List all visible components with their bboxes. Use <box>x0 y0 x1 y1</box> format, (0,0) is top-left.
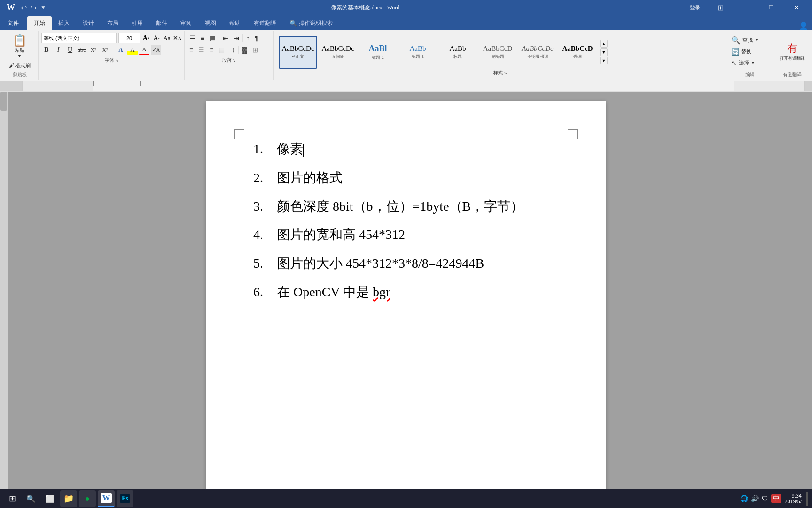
close-button[interactable]: ✕ <box>786 0 807 15</box>
tray-network-icon[interactable]: 🌐 <box>740 495 748 502</box>
justify-button[interactable]: ▤ <box>217 45 226 55</box>
list-text-6[interactable]: 在 OpenCV 中是 bgr <box>277 282 390 303</box>
clear-format-button[interactable]: ✕A <box>173 34 181 42</box>
change-case-button[interactable]: Aa <box>163 34 171 42</box>
font-size-up-button[interactable]: A+ <box>142 34 150 42</box>
show-desktop-button[interactable] <box>806 492 808 506</box>
italic-button[interactable]: I <box>53 45 63 55</box>
tab-refs[interactable]: 引用 <box>125 16 149 30</box>
undo-button[interactable]: ↩ <box>21 3 27 12</box>
select-button[interactable]: ↖ 选择 ▼ <box>729 58 770 68</box>
photoshop-taskbar-button[interactable]: Ps <box>117 490 133 507</box>
paragraph-section-label[interactable]: 段落 ↘ <box>222 56 236 64</box>
word-taskbar-button[interactable]: W <box>98 490 115 507</box>
list-item: 3. 颜色深度 8bit（b，位）=1byte（B，字节） <box>253 196 559 217</box>
vertical-scrollbar-thumb[interactable] <box>0 92 7 111</box>
pin-button[interactable]: ▼ <box>40 4 46 11</box>
list-item: 5. 图片的大小 454*312*3*8/8=424944B <box>253 253 559 274</box>
ribbon-tabs: 文件 开始 插入 设计 布局 引用 邮件 审阅 视图 帮助 有道翻译 🔍 操作说… <box>0 15 812 30</box>
corner-mark-tr <box>568 129 578 139</box>
file-explorer-button[interactable]: 📁 <box>60 490 77 507</box>
list-text-5[interactable]: 图片的大小 454*312*3*8/8=424944B <box>277 253 484 274</box>
styles-scroll-down[interactable]: ▼ <box>600 48 608 56</box>
bold-button[interactable]: B <box>41 45 52 55</box>
font-section-label[interactable]: 字体 ↘ <box>105 56 118 64</box>
style-heading1[interactable]: AaBl 标题 1 <box>359 36 397 69</box>
maximize-button[interactable]: □ <box>760 0 782 15</box>
clipboard-label: 剪贴板 <box>4 71 35 79</box>
underline-button[interactable]: U <box>65 45 75 55</box>
tray-ime-icon[interactable]: 中 <box>771 494 781 503</box>
font-color-button[interactable]: A <box>139 45 149 55</box>
style-subtle-em[interactable]: AaBbCcDc 不明显强调 <box>518 36 557 69</box>
align-center-button[interactable]: ☰ <box>196 45 206 55</box>
tab-layout[interactable]: 布局 <box>101 16 125 30</box>
restore-button[interactable]: ⊞ <box>710 0 731 15</box>
style-heading[interactable]: AaBb 标题 <box>438 36 477 69</box>
vertical-scrollbar-track[interactable] <box>0 92 8 500</box>
browser-button[interactable]: ● <box>79 490 96 507</box>
shading-button[interactable]: ▓ <box>240 45 249 55</box>
tab-search-ops[interactable]: 🔍 操作说明搜索 <box>283 16 339 30</box>
list-text-1[interactable]: 像素 <box>277 139 304 160</box>
sort-button[interactable]: ↕ <box>244 33 251 43</box>
clock[interactable]: 9:34 2019/5/ <box>784 493 802 504</box>
line-spacing-button[interactable]: ↕ <box>230 45 237 55</box>
styles-more[interactable]: ▼ <box>600 57 608 64</box>
tab-mail[interactable]: 邮件 <box>149 16 174 30</box>
styles-section-label[interactable]: 样式 ↘ <box>493 69 507 77</box>
number-list-button[interactable]: ≡ <box>199 33 206 43</box>
redo-button[interactable]: ↪ <box>31 3 37 12</box>
paragraph-group: ☰ ≡ ▤ ⇤ ⇥ ↕ ¶ ≡ ☰ ≡ ▤ ↕ ▓ ⊞ <box>185 31 274 80</box>
strikethrough-button[interactable]: abc <box>77 45 87 55</box>
tab-view[interactable]: 视图 <box>198 16 223 30</box>
subscript-button[interactable]: X2 <box>88 45 99 55</box>
login-button[interactable]: 登录 <box>684 0 706 15</box>
style-no-space[interactable]: AaBbCcDc 无间距 <box>319 36 357 69</box>
format-painter-button[interactable]: 🖌格式刷 <box>4 60 35 71</box>
document-content: 1. 像素 2. 图片的格式 3. 颜色深度 8bit（b，位）=1byte（B… <box>253 139 559 303</box>
list-text-3[interactable]: 颜色深度 8bit（b，位）=1byte（B，字节） <box>277 196 523 217</box>
multilevel-list-button[interactable]: ▤ <box>208 33 218 43</box>
indent-decrease-button[interactable]: ⇤ <box>221 33 230 43</box>
font-name-input[interactable] <box>41 33 117 43</box>
search-button[interactable]: 🔍 查找 ▼ <box>729 35 770 46</box>
style-subtitle[interactable]: AaBbCcD 副标题 <box>478 36 517 69</box>
indent-increase-button[interactable]: ⇥ <box>232 33 241 43</box>
font-size-down-button[interactable]: A- <box>152 34 161 42</box>
tray-volume-icon[interactable]: 🔊 <box>751 495 759 502</box>
show-marks-button[interactable]: ¶ <box>253 33 260 43</box>
highlight-button[interactable]: A <box>127 45 138 55</box>
file-tab[interactable]: 文件 <box>0 16 26 30</box>
list-text-2[interactable]: 图片的格式 <box>277 167 343 189</box>
open-translate-button[interactable]: 有 打开有道翻译 <box>777 39 808 64</box>
search-taskbar-button[interactable]: 🔍 <box>23 490 39 507</box>
replace-button[interactable]: 🔄 替换 <box>729 47 770 57</box>
task-view-button[interactable]: ⬜ <box>41 490 58 507</box>
align-right-button[interactable]: ≡ <box>208 45 215 55</box>
align-left-button[interactable]: ≡ <box>187 45 195 55</box>
minimize-button[interactable]: — <box>735 0 757 15</box>
list-text-4[interactable]: 图片的宽和高 454*312 <box>277 224 405 246</box>
tab-review[interactable]: 审阅 <box>174 16 198 30</box>
more-font-button[interactable]: ✓A <box>151 45 161 55</box>
tab-insert[interactable]: 插入 <box>52 16 76 30</box>
borders-button[interactable]: ⊞ <box>250 45 260 55</box>
font-size-input[interactable] <box>118 33 140 43</box>
superscript-button[interactable]: X2 <box>100 45 110 55</box>
style-heading2[interactable]: AaBb 标题 2 <box>398 36 437 69</box>
tray-shield-icon[interactable]: 🛡 <box>762 495 768 502</box>
paste-button[interactable]: 📋 粘贴 ▼ <box>8 32 31 60</box>
tab-design[interactable]: 设计 <box>76 16 101 30</box>
ribbon-user-icon[interactable]: 👤 <box>799 21 808 30</box>
bullet-list-button[interactable]: ☰ <box>187 33 197 43</box>
style-strong[interactable]: AaBbCcD 强调 <box>558 36 597 69</box>
ruler-left <box>0 81 23 91</box>
start-button[interactable]: ⊞ <box>4 490 21 507</box>
tab-translate[interactable]: 有道翻译 <box>247 16 283 30</box>
text-effects-button[interactable]: A <box>116 45 126 55</box>
tab-start[interactable]: 开始 <box>27 16 52 30</box>
styles-scroll-up[interactable]: ▲ <box>600 40 608 48</box>
style-normal[interactable]: AaBbCcDc ↵正文 <box>279 36 317 69</box>
tab-help[interactable]: 帮助 <box>223 16 247 30</box>
